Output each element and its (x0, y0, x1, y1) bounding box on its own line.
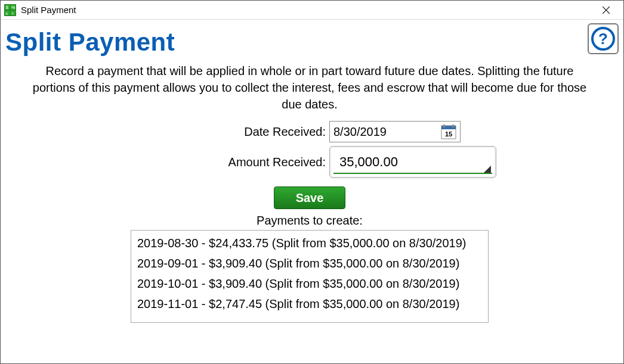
amount-row: Amount Received: (5, 146, 614, 178)
page-description: Record a payment that will be applied in… (23, 63, 596, 113)
calendar-icon[interactable]: 15 (441, 124, 456, 139)
svg-text:%: % (11, 5, 15, 10)
payments-label: Payments to create: (5, 214, 614, 228)
help-icon: ? (591, 27, 615, 51)
svg-text:=: = (11, 11, 14, 15)
svg-text:15: 15 (445, 130, 452, 138)
amount-input-wrap (329, 146, 496, 178)
content-area: ? Split Payment Record a payment that wi… (1, 20, 623, 335)
svg-rect-16 (452, 125, 454, 127)
list-item: 2019-10-01 - $3,909.40 (Split from $35,0… (137, 273, 482, 294)
date-row: Date Received: 8/30/2019 15 (5, 121, 614, 142)
close-icon (602, 6, 610, 14)
svg-text:$: $ (6, 5, 8, 10)
titlebar: $ % x = Split Payment (1, 1, 623, 20)
date-value: 8/30/2019 (333, 125, 441, 139)
date-label: Date Received: (123, 125, 326, 139)
app-icon: $ % x = (4, 4, 16, 16)
svg-text:?: ? (598, 30, 608, 48)
window-title: Split Payment (21, 5, 592, 15)
resize-grip-icon (483, 166, 491, 174)
save-button[interactable]: Save (274, 186, 345, 209)
date-input[interactable]: 8/30/2019 15 (329, 121, 461, 142)
close-button[interactable] (592, 1, 620, 20)
page-heading: Split Payment (5, 28, 614, 57)
dialog-window: $ % x = Split Payment ? Split Payment (0, 0, 624, 364)
list-item: 2019-11-01 - $2,747.45 (Split from $35,0… (137, 294, 482, 314)
payments-list: 2019-08-30 - $24,433.75 (Split from $35,… (131, 230, 489, 323)
help-button[interactable]: ? (588, 23, 619, 54)
list-item: 2019-09-01 - $3,909.40 (Split from $35,0… (137, 253, 482, 273)
amount-label: Amount Received: (123, 155, 326, 169)
amount-input[interactable] (338, 154, 487, 170)
list-item: 2019-08-30 - $24,433.75 (Split from $35,… (137, 233, 482, 253)
svg-text:x: x (6, 11, 8, 15)
svg-rect-15 (443, 125, 445, 127)
amount-input-inner (333, 149, 492, 175)
